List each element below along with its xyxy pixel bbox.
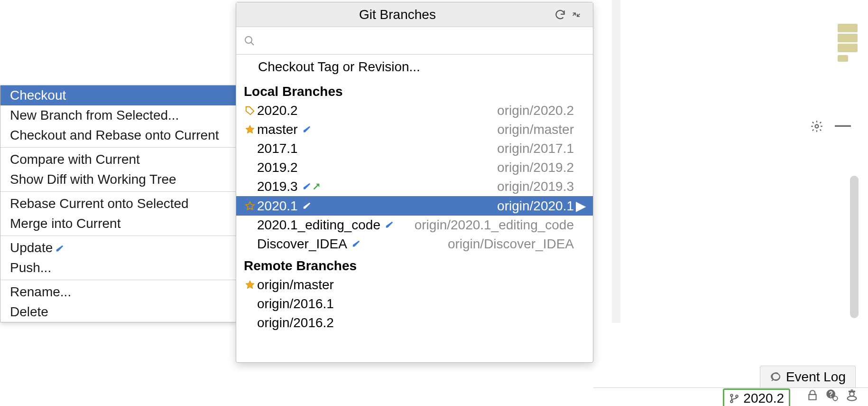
svg-point-32 xyxy=(736,395,739,397)
branch-search-input[interactable] xyxy=(236,27,593,55)
branch-name: 2019.2 xyxy=(257,160,298,175)
branch-2020-2[interactable]: 2020.2origin/2020.2 xyxy=(236,101,593,120)
padlock-icon[interactable] xyxy=(806,389,819,401)
event-log-label: Event Log xyxy=(786,369,846,385)
branch-name: origin/2016.2 xyxy=(257,315,334,330)
svg-rect-37 xyxy=(851,389,853,390)
branch-2019-2[interactable]: 2019.2origin/2019.2 xyxy=(236,158,593,177)
popup-header: Git Branches xyxy=(236,2,593,27)
help-settings-icon[interactable] xyxy=(825,388,839,402)
tracking-branch: origin/2020.1 xyxy=(497,198,574,214)
svg-point-34 xyxy=(848,396,857,400)
branch-name: Discover_IDEA xyxy=(257,236,347,252)
svg-marker-0 xyxy=(56,245,63,252)
star-icon xyxy=(243,124,257,135)
ctx-checkout-and-rebase-onto-current[interactable]: Checkout and Rebase onto Current xyxy=(0,125,236,145)
minimize-icon[interactable]: — xyxy=(835,120,851,133)
incoming-icon xyxy=(385,221,394,229)
branch-2017-1[interactable]: 2017.1origin/2017.1 xyxy=(236,139,593,158)
svg-marker-6 xyxy=(303,126,310,132)
svg-point-30 xyxy=(731,394,733,397)
popup-title: Git Branches xyxy=(241,7,554,22)
ctx-merge-into-current[interactable]: Merge into Current xyxy=(0,214,236,234)
tracking-branch: origin/2019.3 xyxy=(497,179,574,194)
tracking-branch: origin/2019.2 xyxy=(497,160,574,175)
branch-name: 2019.3 xyxy=(257,179,298,194)
svg-point-4 xyxy=(245,37,252,43)
branch-2019-3[interactable]: 2019.3origin/2019.3 xyxy=(236,177,593,196)
tracking-branch: origin/2020.1_editing_code xyxy=(415,217,574,233)
remote-branches-header: Remote Branches xyxy=(236,254,593,275)
svg-marker-20 xyxy=(386,222,393,228)
svg-line-15 xyxy=(314,184,319,189)
local-branches-header: Local Branches xyxy=(236,79,593,101)
branch-name: 2017.1 xyxy=(257,141,298,156)
editor-gutter xyxy=(612,0,620,323)
ide-mascot-icon[interactable] xyxy=(845,388,859,402)
incoming-icon xyxy=(303,202,311,210)
tracking-branch: origin/Discover_IDEA xyxy=(448,236,574,252)
outgoing-icon xyxy=(312,182,321,191)
refresh-icon[interactable] xyxy=(554,9,571,21)
tracking-branch: origin/2020.2 xyxy=(497,103,574,118)
tracking-branch: origin/2017.1 xyxy=(497,141,574,156)
branch-master[interactable]: masterorigin/master xyxy=(236,120,593,139)
svg-line-5 xyxy=(251,42,254,45)
branch-context-menu: CheckoutNew Branch from Selected...Check… xyxy=(0,85,236,322)
branch-2020-1-editing-code[interactable]: 2020.1_editing_codeorigin/2020.1_editing… xyxy=(236,216,593,235)
scrollbar[interactable] xyxy=(850,176,859,318)
ctx-checkout[interactable]: Checkout xyxy=(0,85,236,105)
settings-icon[interactable] xyxy=(810,120,823,133)
ctx-new-branch-from-selected[interactable]: New Branch from Selected... xyxy=(0,105,236,125)
checkout-tag-revision[interactable]: Checkout Tag or Revision... xyxy=(236,55,593,79)
branch-name: 2020.2 xyxy=(257,103,298,118)
incoming-icon xyxy=(303,125,311,134)
speech-bubble-icon xyxy=(770,371,781,383)
branch-origin-master[interactable]: origin/master xyxy=(236,275,593,294)
branch-origin-2016-2[interactable]: origin/2016.2 xyxy=(236,313,593,332)
svg-marker-24 xyxy=(353,241,360,247)
ctx-rebase-current-onto-selected[interactable]: Rebase Current onto Selected xyxy=(0,194,236,214)
svg-rect-36 xyxy=(849,391,855,393)
incoming-icon xyxy=(55,245,64,253)
current-branch-widget[interactable]: 2020.2 xyxy=(723,388,790,406)
submenu-arrow-icon: ▶ xyxy=(576,198,586,214)
ctx-show-diff-with-working-tree[interactable]: Show Diff with Working Tree xyxy=(0,170,236,189)
collapse-icon[interactable] xyxy=(571,9,588,20)
svg-point-35 xyxy=(850,392,854,396)
ctx-compare-with-current[interactable]: Compare with Current xyxy=(0,150,236,170)
branch-name: master xyxy=(257,122,298,137)
ctx-push[interactable]: Push... xyxy=(0,258,236,278)
incoming-icon xyxy=(303,182,311,191)
branch-name: origin/2016.1 xyxy=(257,296,334,312)
tracking-branch: origin/master xyxy=(497,122,574,137)
current-branch-label: 2020.2 xyxy=(743,391,784,406)
svg-point-33 xyxy=(833,396,837,400)
tag-icon xyxy=(243,105,257,116)
branch-2020-1[interactable]: 2020.1origin/2020.1▶ xyxy=(236,196,593,216)
star-icon xyxy=(243,280,257,290)
ctx-update[interactable]: Update xyxy=(0,238,236,258)
branch-origin-2016-1[interactable]: origin/2016.1 xyxy=(236,294,593,313)
event-log-tab[interactable]: Event Log xyxy=(760,366,856,387)
minimap xyxy=(838,24,858,62)
branch-name: 2020.1_editing_code xyxy=(257,217,380,233)
svg-marker-10 xyxy=(303,183,310,189)
branch-icon xyxy=(729,393,739,404)
ctx-delete[interactable]: Delete xyxy=(0,302,236,322)
branch-Discover-IDEA[interactable]: Discover_IDEAorigin/Discover_IDEA xyxy=(236,235,593,254)
git-branches-popup: Git Branches Checkout Tag or Revision...… xyxy=(236,2,593,363)
branch-name: origin/master xyxy=(257,277,334,293)
star-outline-icon xyxy=(243,201,257,211)
incoming-icon xyxy=(352,240,360,248)
ctx-rename[interactable]: Rename... xyxy=(0,282,236,302)
svg-marker-16 xyxy=(303,202,310,208)
branch-name: 2020.1 xyxy=(257,198,298,214)
svg-point-31 xyxy=(731,400,733,403)
svg-point-28 xyxy=(815,125,819,128)
